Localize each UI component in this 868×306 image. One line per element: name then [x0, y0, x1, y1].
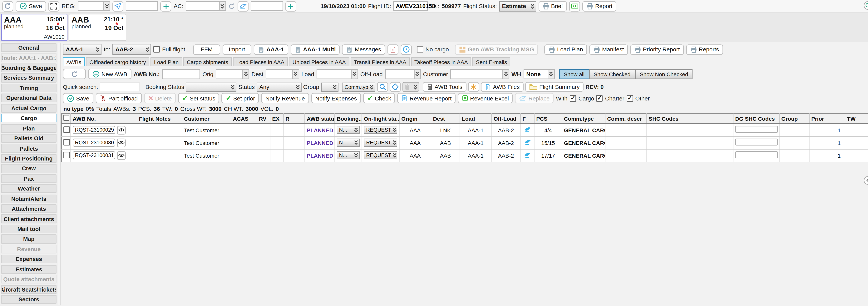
messages-button[interactable]: Messages — [342, 44, 385, 55]
paste-split-button[interactable] — [402, 82, 419, 92]
sidebar-item-pallets-old[interactable]: Pallets Old — [1, 134, 57, 143]
refresh-button[interactable] — [2, 1, 13, 11]
notify-revenue-button[interactable]: Notify Revenue — [261, 93, 309, 103]
part-offload-button[interactable]: Part offload — [95, 93, 142, 103]
sidebar-item-map[interactable]: Map — [1, 234, 57, 244]
flight-summary-button[interactable]: Flight Summary — [526, 82, 584, 92]
sidebar-item-operational-data[interactable]: Operational Data — [1, 94, 57, 103]
flight-id-input[interactable]: AWEV2310153 — [394, 1, 428, 11]
brief-button[interactable]: Brief — [538, 1, 567, 11]
expand-button[interactable] — [48, 1, 59, 11]
booking-status-select[interactable] — [186, 82, 237, 92]
manifest-button[interactable]: Manifest — [589, 44, 628, 55]
sidebar-item-sectors[interactable]: Sectors — [1, 295, 57, 304]
asterisk-button[interactable] — [468, 82, 479, 92]
sidebar-item-mail-tool[interactable]: Mail tool — [1, 225, 57, 233]
orig-select[interactable] — [216, 69, 249, 79]
awb-aaa1-button[interactable]: AAA-1 — [254, 44, 288, 55]
awb-no-input[interactable] — [162, 69, 200, 79]
flight-notes-cell[interactable] — [137, 123, 182, 136]
sidebar-item-estimates[interactable]: Estimates — [1, 265, 57, 274]
ffm-button[interactable]: FFM — [193, 44, 220, 55]
sidebar-item-cargo[interactable]: Cargo — [1, 114, 57, 122]
flight-status-select[interactable]: Estimate — [499, 1, 536, 11]
sidebar-item-general[interactable]: General — [1, 43, 57, 52]
group-select[interactable] — [321, 82, 338, 92]
tab-load-pieces[interactable]: Load Pieces in AAA — [233, 57, 288, 66]
sidebar-item-actual-cargo[interactable]: Actual Cargo — [1, 104, 57, 113]
row-checkbox[interactable] — [63, 127, 70, 133]
tab-cargo-shipments[interactable]: Cargo shipments — [183, 57, 231, 66]
set-status-button[interactable]: ✓Set status — [178, 93, 219, 103]
sidebar-item-expenses[interactable]: Expenses — [1, 255, 57, 264]
sidebar-item-timing[interactable]: Timing — [1, 84, 57, 92]
plane-takeoff-icon[interactable] — [524, 152, 531, 158]
tab-load-plan[interactable]: Load Plan — [151, 57, 182, 66]
view-awb-button[interactable] — [117, 126, 126, 135]
ac-select[interactable] — [186, 1, 226, 11]
flight-card-aab[interactable]: AAB 21:10 * * planned 19 Oct — [69, 14, 126, 41]
booking-select[interactable]: N... — [337, 151, 360, 160]
awb-no-cell-input[interactable]: RQST-23100029 — [73, 126, 115, 134]
show-checked-button[interactable]: Show Checked — [589, 69, 635, 79]
save-awbs-button[interactable]: Save — [63, 93, 93, 103]
refresh-awbs-button[interactable] — [63, 69, 86, 79]
sidebar-item-client-attachments[interactable]: Client attachments — [1, 214, 57, 223]
view-awb-button[interactable] — [117, 138, 126, 147]
flight-notes-cell[interactable] — [137, 136, 182, 149]
sidebar-item-weather[interactable]: Weather — [1, 184, 57, 193]
new-awb-button[interactable]: New AWB — [88, 69, 131, 79]
awb-no-cell-input[interactable]: RQST-23100031 — [73, 151, 115, 160]
tab-transit-pieces[interactable]: Transit Pieces in AAA — [350, 57, 410, 66]
set-prior-button[interactable]: ✓Set prior — [222, 93, 259, 103]
status-select[interactable]: Any — [256, 82, 301, 92]
sidebar-item-pax[interactable]: Pax — [1, 174, 57, 183]
add-ac-button[interactable] — [285, 1, 297, 11]
revenue-report-button[interactable]: Revenue Report — [398, 93, 456, 103]
booking-select[interactable]: N... — [337, 139, 360, 147]
dg-shc-input[interactable] — [735, 126, 778, 133]
on-flight-status-select[interactable]: REQUEST — [364, 126, 397, 134]
sidebar-scrollbar[interactable] — [58, 43, 60, 305]
plane-takeoff-button[interactable] — [238, 1, 249, 11]
ac-input[interactable] — [251, 1, 283, 11]
awb-no-cell-input[interactable]: RQST-23100030 — [73, 139, 115, 147]
pdf-button[interactable] — [388, 44, 398, 55]
other-checkbox[interactable]: ✓ — [627, 95, 633, 102]
sidebar-item-aircraft-seats-tickets[interactable]: Aircraft Seats/Tickets — [1, 285, 57, 294]
reg-select[interactable] — [78, 1, 110, 11]
no-cargo-checkbox[interactable] — [417, 46, 423, 53]
select-all-checkbox[interactable] — [63, 115, 69, 121]
wh-select[interactable]: None — [523, 69, 555, 79]
booking-select[interactable]: N... — [337, 126, 360, 134]
flight-card-aaa[interactable]: AAA 15:00* * planned 18 Oct AW1010 — [1, 14, 67, 41]
charter-checkbox[interactable]: ✓ — [596, 95, 603, 102]
show-all-button[interactable]: Show all — [559, 69, 589, 79]
offload-select[interactable] — [385, 69, 421, 79]
save-flight-button[interactable]: Save — [16, 1, 46, 11]
load-plan-button[interactable]: Load Plan — [544, 44, 587, 55]
awb-multi-button[interactable]: AAA-1 Multi — [290, 44, 340, 55]
sidebar-item-notam-alerts[interactable]: Notam/Alerts — [1, 194, 57, 203]
on-flight-status-select[interactable]: REQUEST — [364, 151, 397, 160]
report-button[interactable]: Report — [583, 1, 617, 11]
dg-shc-input[interactable] — [735, 151, 778, 158]
quick-search-input[interactable] — [100, 83, 140, 91]
reg-input[interactable] — [126, 1, 158, 11]
import-button[interactable]: Import — [222, 44, 251, 55]
plane-button[interactable] — [113, 1, 124, 11]
sidebar-item-crew[interactable]: Crew — [1, 164, 57, 173]
full-flight-checkbox[interactable] — [153, 46, 160, 53]
view-awb-button[interactable] — [117, 151, 126, 160]
tab-sent-emails[interactable]: Sent E-mails — [472, 57, 510, 66]
sidebar-item-pallets[interactable]: Pallets — [1, 144, 57, 153]
notify-expenses-button[interactable]: Notify Expenses — [311, 93, 361, 103]
clock-button[interactable] — [401, 44, 412, 55]
refresh-icon[interactable] — [228, 3, 235, 10]
add-reg-button[interactable] — [160, 1, 172, 11]
load-select[interactable] — [316, 69, 358, 79]
tab-awbs[interactable]: AWBs — [63, 57, 85, 66]
sidebar-item-services-summary[interactable]: Services Summary — [1, 74, 57, 82]
priority-report-button[interactable]: Priority Report — [630, 44, 684, 55]
leg-from-select[interactable]: AAA-1 — [63, 44, 101, 55]
